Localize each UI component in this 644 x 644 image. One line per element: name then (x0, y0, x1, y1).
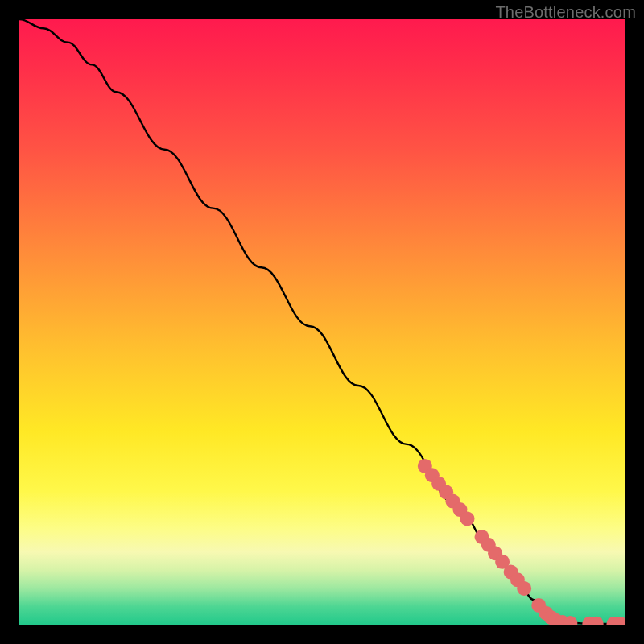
data-marker (517, 581, 531, 596)
data-markers-group (418, 459, 625, 625)
bottleneck-curve-line (19, 19, 625, 624)
plot-frame (19, 19, 625, 625)
bottleneck-curve-plot (19, 19, 625, 625)
data-marker (460, 511, 474, 526)
